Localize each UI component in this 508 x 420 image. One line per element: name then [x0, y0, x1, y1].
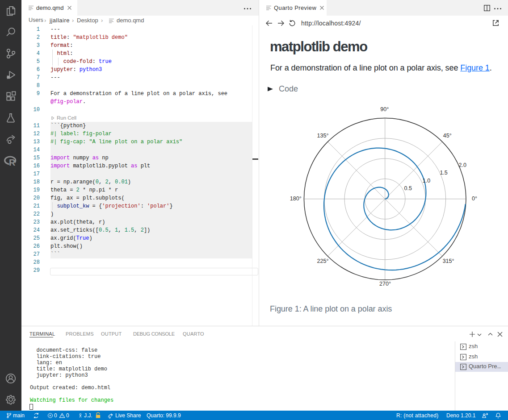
svg-text:0°: 0° [472, 195, 477, 202]
svg-text:180°: 180° [290, 195, 302, 202]
svg-text:1.0: 1.0 [423, 178, 430, 184]
svg-text:135°: 135° [317, 133, 329, 139]
svg-text:90°: 90° [380, 106, 389, 112]
svg-text:R: R [9, 158, 16, 166]
svg-text:315°: 315° [443, 258, 454, 264]
svg-text:0.5: 0.5 [404, 185, 412, 191]
svg-text:2.0: 2.0 [459, 162, 466, 168]
svg-text:225°: 225° [317, 258, 329, 264]
svg-text:1.5: 1.5 [440, 170, 447, 176]
svg-text:45°: 45° [443, 133, 452, 139]
svg-text:270°: 270° [379, 281, 391, 287]
